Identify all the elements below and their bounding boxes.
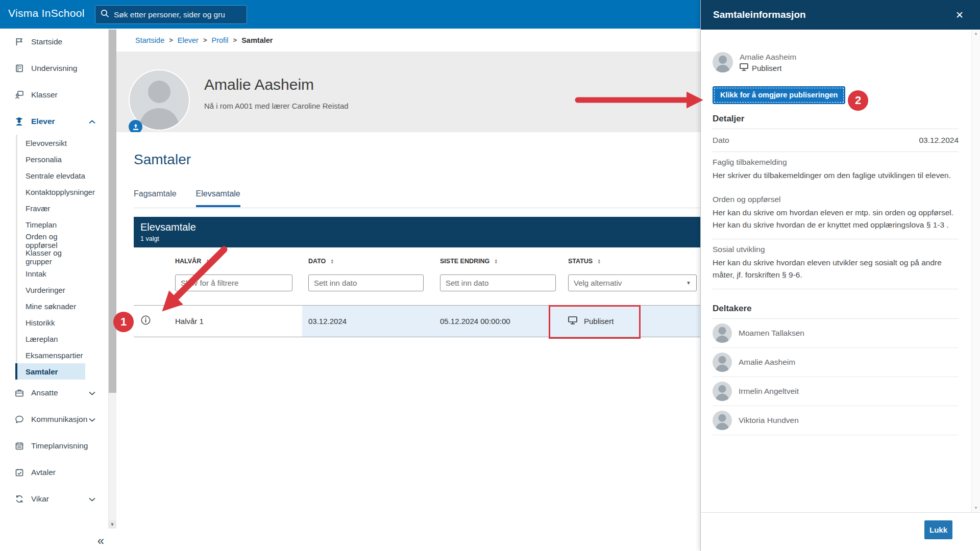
breadcrumb-separator: > — [203, 36, 207, 44]
scrollbar-down-arrow[interactable]: ▼ — [108, 520, 116, 529]
participant-row: Viktoria Hundven — [713, 406, 959, 435]
sidebar-item-label: Vikar — [31, 494, 49, 504]
sidebar: Startside Undervisning Klasser Elever El… — [0, 29, 116, 551]
sidebar-subitem-laereplan[interactable]: Læreplan — [16, 331, 86, 347]
sidebar-subitem-inntak[interactable]: Inntak — [16, 265, 86, 282]
classroom-icon — [14, 90, 24, 100]
sidebar-item-label: Elever — [31, 117, 55, 126]
sidebar-scrollbar[interactable] — [108, 29, 116, 529]
upload-photo-button[interactable] — [129, 120, 142, 134]
panel-footer: Lukk — [701, 512, 980, 551]
column-header-siste-endring[interactable]: SISTE ENDRING▲▼ — [433, 258, 561, 265]
sidebar-subitem-kontaktopplysninger[interactable]: Kontaktopplysninger — [16, 184, 86, 200]
sidebar-item-undervisning[interactable]: Undervisning — [0, 55, 108, 82]
sidebar-item-vikar[interactable]: Vikar — [0, 486, 108, 512]
close-icon[interactable]: ✕ — [955, 9, 964, 21]
sidebar-item-timeplanvisning[interactable]: Timeplanvisning — [0, 433, 108, 459]
book-icon — [14, 64, 24, 73]
sidebar-item-label: Kommunikasjon — [31, 415, 87, 424]
scrollbar-thumb[interactable] — [109, 30, 116, 393]
monitor-icon — [568, 316, 577, 327]
section-title: Samtaler — [134, 152, 191, 168]
tab-fagsamtale[interactable]: Fagsamtale — [134, 189, 177, 207]
sidebar-item-startside[interactable]: Startside — [0, 29, 108, 55]
global-search[interactable] — [95, 5, 247, 24]
chevron-down-icon — [89, 388, 95, 397]
cell-status: Publisert — [584, 317, 614, 325]
date-value: 03.12.2024 — [919, 136, 959, 145]
panel-person-name: Amalie Aasheim — [740, 52, 796, 62]
sidebar-subitem-vurderinger[interactable]: Vurderinger — [16, 282, 86, 298]
sidebar-item-ansatte[interactable]: Ansatte — [0, 380, 108, 406]
sidebar-subitem-timeplan[interactable]: Timeplan — [16, 216, 86, 233]
avatar — [713, 353, 732, 372]
detail-section-sosial: Sosial utvikling Her kan du skrive hvord… — [713, 239, 959, 289]
sidebar-subitem-personalia[interactable]: Personalia — [16, 151, 86, 167]
sidebar-subitem-elevoversikt[interactable]: Elevoversikt — [16, 135, 86, 151]
sidebar-item-label: Undervisning — [31, 64, 77, 73]
sidebar-subitem-samtaler[interactable]: Samtaler — [15, 363, 85, 380]
sort-icon[interactable]: ▲▼ — [494, 259, 498, 264]
search-icon — [101, 9, 114, 20]
tab-bar: Fagsamtale Elevsamtale — [134, 189, 240, 207]
participant-name: Moamen Tallaksen — [739, 329, 804, 338]
scrollbar-down-arrow[interactable]: ▼ — [972, 504, 980, 512]
tab-elevsamtale[interactable]: Elevsamtale — [196, 189, 240, 207]
calendar-icon — [14, 441, 24, 451]
avatar — [713, 411, 732, 430]
samtaleinformasjon-panel: Samtaleinformasjon ✕ Amalie Aasheim Publ… — [700, 0, 980, 551]
breadcrumb-link-profil[interactable]: Profil — [212, 36, 229, 44]
sidebar-subitem-fravaer[interactable]: Fravær — [16, 200, 86, 216]
column-header-halvar[interactable]: HALVÅR▲▼ — [169, 258, 302, 265]
column-header-dato[interactable]: DATO▲▼ — [302, 258, 433, 265]
sidebar-item-klasser[interactable]: Klasser — [0, 82, 108, 108]
sidebar-subitem-eksamenspartier[interactable]: Eksamenspartier — [16, 347, 86, 363]
breadcrumb-separator: > — [233, 36, 237, 44]
chevron-down-icon: ▼ — [686, 280, 691, 286]
sidebar-item-avtaler[interactable]: Avtaler — [0, 459, 108, 486]
siste-endring-filter-input[interactable] — [440, 274, 556, 291]
sidebar-subitem-orden-og-oppforsel[interactable]: Orden og oppførsel — [16, 233, 86, 249]
panel-body: Amalie Aasheim Publisert Klikk for å omg… — [701, 30, 971, 512]
sidebar-item-kommunikasjon[interactable]: Kommunikasjon — [0, 406, 108, 433]
detail-section-title: Orden og oppførsel — [713, 195, 959, 204]
sort-icon[interactable]: ▲▼ — [206, 259, 209, 264]
profile-status-line: Nå i rom A001 med lærer Caroline Reistad — [204, 102, 349, 110]
calendar-check-icon — [14, 468, 24, 478]
breadcrumb-link-elever[interactable]: Elever — [178, 36, 199, 44]
info-icon[interactable] — [141, 315, 151, 327]
search-input[interactable] — [114, 10, 241, 19]
breadcrumb-link-startside[interactable]: Startside — [135, 36, 164, 44]
app-logo[interactable]: Visma InSchool — [8, 7, 85, 19]
cell-halvar: Halvår 1 — [175, 317, 204, 325]
detail-section-title: Faglig tilbakemelding — [713, 158, 959, 167]
participant-row: Irmelin Angeltveit — [713, 377, 959, 406]
student-icon — [14, 117, 24, 127]
cell-siste-endring: 05.12.2024 00:00:00 — [440, 317, 510, 325]
sidebar-item-elever[interactable]: Elever — [0, 108, 108, 135]
sidebar-item-label: Klasser — [31, 90, 58, 99]
sort-icon[interactable]: ▲▼ — [330, 259, 334, 264]
breadcrumb-current: Samtaler — [241, 36, 273, 44]
panel-scrollbar[interactable]: ▲ ▼ — [971, 30, 980, 512]
details-heading: Detaljer — [713, 114, 959, 124]
sidebar-subitem-sentrale-elevdata[interactable]: Sentrale elevdata — [16, 167, 86, 184]
flag-icon — [14, 37, 24, 47]
participant-name: Viktoria Hundven — [739, 416, 799, 425]
sidebar-subitem-mine-soknader[interactable]: Mine søknader — [16, 298, 86, 314]
sort-icon[interactable]: ▲▼ — [597, 259, 601, 264]
sidebar-item-label: Startside — [31, 37, 62, 46]
dato-filter-input[interactable] — [308, 274, 424, 291]
detail-section-text: Her kan du skrive hvordan de er knyttet … — [713, 219, 959, 232]
close-panel-button[interactable]: Lukk — [924, 520, 952, 539]
sidebar-subitem-klasser-og-grupper[interactable]: Klasser og grupper — [16, 249, 86, 265]
scrollbar-up-arrow[interactable]: ▲ — [972, 30, 980, 38]
halvar-filter-input[interactable] — [175, 274, 292, 291]
undo-publish-button[interactable]: Klikk for å omgjøre publiseringen — [713, 86, 845, 104]
sidebar-subitem-historikk[interactable]: Historikk — [16, 314, 86, 331]
status-filter-select[interactable]: Velg alternativ ▼ — [568, 274, 697, 291]
participant-row: Amalie Aasheim — [713, 348, 959, 377]
sidebar-collapse-button[interactable]: « — [97, 534, 104, 548]
panel-person-status: Publisert — [752, 64, 781, 72]
avatar — [713, 382, 732, 401]
